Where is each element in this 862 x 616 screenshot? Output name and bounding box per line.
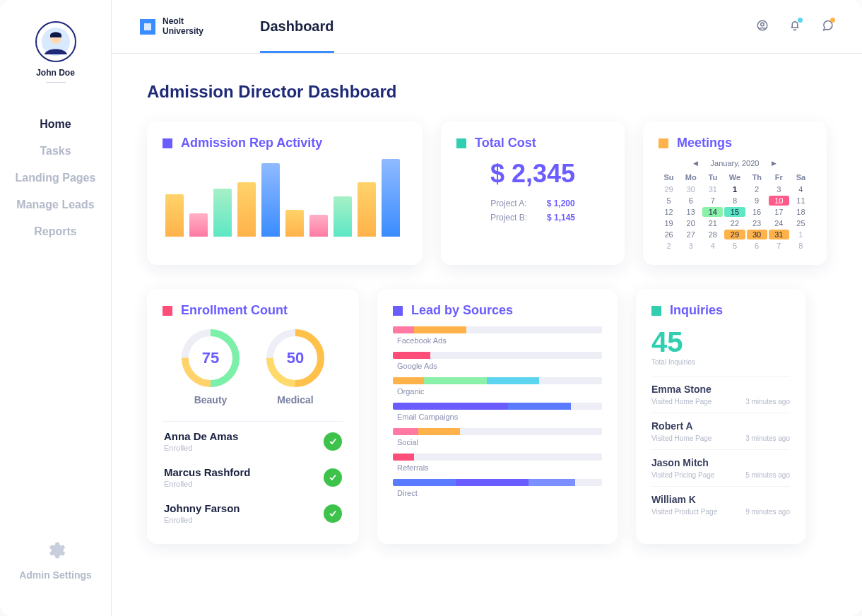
calendar-dow: Th xyxy=(747,172,767,183)
avatar[interactable] xyxy=(35,21,76,62)
calendar-day[interactable]: 3 xyxy=(769,184,789,194)
calendar-day[interactable]: 5 xyxy=(724,241,745,251)
inquiry-action: Visited Home Page xyxy=(651,434,712,442)
source-label: Direct xyxy=(397,489,602,497)
source-label: Referrals xyxy=(397,463,602,472)
source-label: Google Ads xyxy=(397,362,602,370)
card-title: Enrollment Count xyxy=(181,303,288,318)
card-title: Lead by Sources xyxy=(411,303,513,318)
calendar-day[interactable]: 31 xyxy=(702,184,723,194)
calendar-day[interactable]: 7 xyxy=(702,196,723,206)
bar xyxy=(309,215,328,237)
calendar-day[interactable]: 29 xyxy=(724,230,745,239)
avatar-block: John Doe xyxy=(35,21,76,83)
account-icon[interactable] xyxy=(756,19,769,35)
calendar-day[interactable]: 10 xyxy=(769,196,789,206)
calendar-day[interactable]: 3 xyxy=(680,241,701,251)
source-row: Social xyxy=(393,428,602,446)
calendar-day[interactable]: 8 xyxy=(724,196,745,206)
calendar-day[interactable]: 21 xyxy=(702,218,723,228)
card-leads: Lead by Sources Facebook AdsGoogle AdsOr… xyxy=(377,289,618,544)
check-icon xyxy=(324,504,342,523)
calendar-day[interactable]: 31 xyxy=(769,230,789,239)
calendar-day[interactable]: 5 xyxy=(659,196,679,206)
project-label: Project B: xyxy=(490,213,527,223)
card-title: Admission Rep Activity xyxy=(181,136,322,150)
calendar-day[interactable]: 28 xyxy=(702,230,723,239)
source-row: Referrals xyxy=(393,454,602,472)
calendar-day[interactable]: 19 xyxy=(659,218,679,228)
card-total-cost: Total Cost $ 2,345 Project A:$ 1,200Proj… xyxy=(441,122,625,265)
admin-settings[interactable]: Admin Settings xyxy=(19,569,92,581)
calendar-day[interactable]: 13 xyxy=(680,207,701,217)
calendar-day[interactable]: 11 xyxy=(791,196,811,206)
inquiry-name: Emma Stone xyxy=(651,384,790,395)
enroll-name: Anna De Amas xyxy=(164,430,238,442)
calendar-day[interactable]: 27 xyxy=(680,230,701,239)
source-row: Email Campaigns xyxy=(393,403,602,421)
calendar-day[interactable]: 9 xyxy=(747,196,767,206)
sidebar-item-reports[interactable]: Reports xyxy=(34,225,76,238)
enroll-item[interactable]: Johnny FarsonEnrolled xyxy=(163,494,343,530)
calendar-day[interactable]: 6 xyxy=(680,196,701,206)
calendar-day[interactable]: 14 xyxy=(702,207,723,217)
calendar-day[interactable]: 22 xyxy=(724,218,745,228)
calendar-day[interactable]: 8 xyxy=(791,241,811,251)
inquiries-subtitle: Total Inquiries xyxy=(651,358,790,366)
calendar-day[interactable]: 12 xyxy=(659,207,679,217)
calendar-day[interactable]: 4 xyxy=(702,241,723,251)
calendar-day[interactable]: 25 xyxy=(791,218,811,228)
sidebar-item-landing-pages[interactable]: Landing Pages xyxy=(16,172,96,184)
donut: 50 Medical xyxy=(264,326,327,405)
sidebar-item-manage-leads[interactable]: Manage Leads xyxy=(16,199,94,211)
gear-icon xyxy=(45,540,66,564)
calendar-day[interactable]: 2 xyxy=(659,241,679,251)
source-row: Facebook Ads xyxy=(393,326,602,345)
inquiry-action: Visited Home Page xyxy=(651,398,712,405)
enroll-item[interactable]: Anna De AmasEnrolled xyxy=(163,422,343,458)
prev-month[interactable]: ◀ xyxy=(693,160,698,167)
inquiry-item[interactable]: Emma Stone Visited Home Page3 minutes ag… xyxy=(651,376,790,413)
enroll-item[interactable]: Marcus RashfordEnrolled xyxy=(163,458,343,494)
inquiry-time: 3 minutes ago xyxy=(745,434,790,442)
calendar-day[interactable]: 26 xyxy=(659,230,679,239)
inquiry-item[interactable]: Robert A Visited Home Page3 minutes ago xyxy=(651,413,790,449)
inquiry-time: 5 minutes ago xyxy=(745,471,790,479)
calendar-day[interactable]: 24 xyxy=(769,218,789,228)
inquiry-item[interactable]: William K Visited Product Page9 minutes … xyxy=(651,486,790,523)
calendar-day[interactable]: 6 xyxy=(747,241,767,251)
calendar-day[interactable]: 23 xyxy=(747,218,767,228)
card-title: Total Cost xyxy=(475,136,536,150)
sidebar: John Doe HomeTasksLanding PagesManage Le… xyxy=(0,0,112,616)
calendar-day[interactable]: 7 xyxy=(769,241,789,251)
bell-icon[interactable] xyxy=(789,19,801,35)
chat-icon[interactable] xyxy=(821,19,834,35)
calendar-day[interactable]: 1 xyxy=(724,184,745,194)
calendar-day[interactable]: 1 xyxy=(791,230,811,239)
username: John Doe xyxy=(36,68,75,78)
tab-dashboard[interactable]: Dashboard xyxy=(260,0,333,53)
topbar: NeoltUniversity Dashboard xyxy=(112,0,862,54)
calendar-day[interactable]: 29 xyxy=(659,184,679,194)
bar-chart xyxy=(163,159,407,237)
project-value: $ 1,200 xyxy=(547,199,575,208)
brand-logo xyxy=(140,19,155,35)
card-inquiries: Inquiries 45 Total Inquiries Emma Stone … xyxy=(636,289,805,544)
calendar-day[interactable]: 18 xyxy=(791,207,811,217)
calendar-day[interactable]: 4 xyxy=(791,184,811,194)
calendar-day[interactable]: 15 xyxy=(724,207,745,217)
sidebar-item-home[interactable]: Home xyxy=(40,118,71,131)
calendar-day[interactable]: 2 xyxy=(747,184,767,194)
calendar-dow: Su xyxy=(659,172,679,183)
next-month[interactable]: ▶ xyxy=(772,160,777,167)
inquiry-action: Visited Product Page xyxy=(651,508,717,516)
sidebar-item-tasks[interactable]: Tasks xyxy=(40,145,71,158)
source-row: Organic xyxy=(393,377,602,396)
calendar-day[interactable]: 30 xyxy=(680,184,701,194)
donut-label: Medical xyxy=(277,394,313,405)
calendar-day[interactable]: 30 xyxy=(747,230,767,239)
calendar-day[interactable]: 17 xyxy=(769,207,789,217)
calendar-day[interactable]: 16 xyxy=(747,207,767,217)
inquiry-item[interactable]: Jason Mitch Visited Pricing Page5 minute… xyxy=(651,449,790,486)
calendar-day[interactable]: 20 xyxy=(680,218,701,228)
